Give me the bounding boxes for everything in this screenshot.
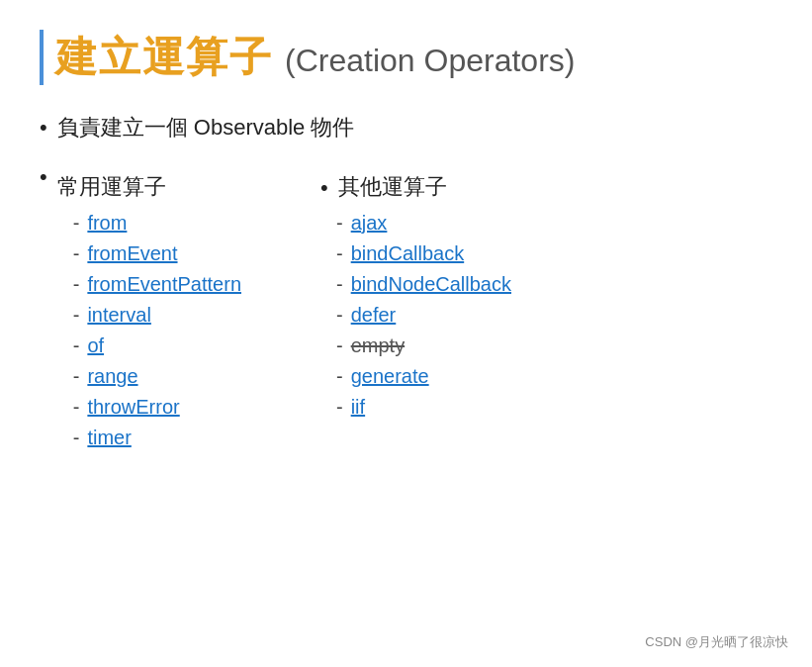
two-col-container: 常用運算子 from fromEvent fromEventPattern in…	[57, 172, 511, 457]
link-fromEventPattern[interactable]: fromEventPattern	[87, 273, 241, 296]
intro-bullet-item: • 負責建立一個 Observable 物件	[40, 113, 772, 143]
list-item: fromEvent	[73, 242, 241, 265]
other-col-header: • 其他運算子	[320, 172, 511, 202]
list-item: defer	[336, 304, 511, 327]
link-from[interactable]: from	[87, 212, 127, 235]
common-operators-list: from fromEvent fromEventPattern interval…	[57, 212, 241, 449]
list-item: iif	[336, 396, 511, 419]
columns-bullet-dot: •	[40, 164, 47, 190]
watermark: CSDN @月光晒了很凉快	[645, 633, 788, 651]
list-item: of	[73, 334, 241, 357]
list-item: timer	[73, 427, 241, 449]
common-col-header: 常用運算子	[57, 172, 241, 202]
link-generate[interactable]: generate	[351, 365, 429, 388]
list-item: interval	[73, 304, 241, 327]
list-item: fromEventPattern	[73, 273, 241, 296]
title-chinese: 建立運算子	[55, 30, 273, 85]
link-empty: empty	[351, 334, 405, 357]
link-defer[interactable]: defer	[351, 304, 397, 327]
link-timer[interactable]: timer	[87, 427, 131, 449]
list-item: range	[73, 365, 241, 388]
link-of[interactable]: of	[87, 334, 104, 357]
list-item: from	[73, 212, 241, 235]
other-col-title: 其他運算子	[338, 172, 447, 202]
common-operators-col: 常用運算子 from fromEvent fromEventPattern in…	[57, 172, 241, 457]
other-bullet-dot: •	[320, 175, 328, 201]
intro-text: 負責建立一個 Observable 物件	[57, 113, 355, 143]
list-item: ajax	[336, 212, 511, 235]
link-fromEvent[interactable]: fromEvent	[87, 242, 177, 265]
link-interval[interactable]: interval	[87, 304, 150, 327]
columns-bullet-item: • 常用運算子 from fromEvent fromEventPattern …	[40, 162, 772, 457]
list-item: throwError	[73, 396, 241, 419]
title-section: 建立運算子 (Creation Operators)	[40, 30, 772, 85]
title-english: (Creation Operators)	[285, 43, 575, 79]
intro-bullet-section: • 負責建立一個 Observable 物件	[40, 113, 772, 143]
list-item: empty	[336, 334, 511, 357]
link-bindNodeCallback[interactable]: bindNodeCallback	[351, 273, 511, 296]
link-ajax[interactable]: ajax	[351, 212, 388, 235]
list-item: bindNodeCallback	[336, 273, 511, 296]
link-iif[interactable]: iif	[351, 396, 365, 419]
bullet-dot: •	[40, 115, 47, 141]
link-bindCallback[interactable]: bindCallback	[351, 242, 465, 265]
list-item: bindCallback	[336, 242, 511, 265]
list-item: generate	[336, 365, 511, 388]
common-col-title: 常用運算子	[57, 172, 166, 202]
link-range[interactable]: range	[87, 365, 137, 388]
other-operators-col: • 其他運算子 ajax bindCallback bindNodeCallba…	[320, 172, 511, 457]
link-throwError[interactable]: throwError	[87, 396, 179, 419]
other-operators-list: ajax bindCallback bindNodeCallback defer…	[320, 212, 511, 419]
